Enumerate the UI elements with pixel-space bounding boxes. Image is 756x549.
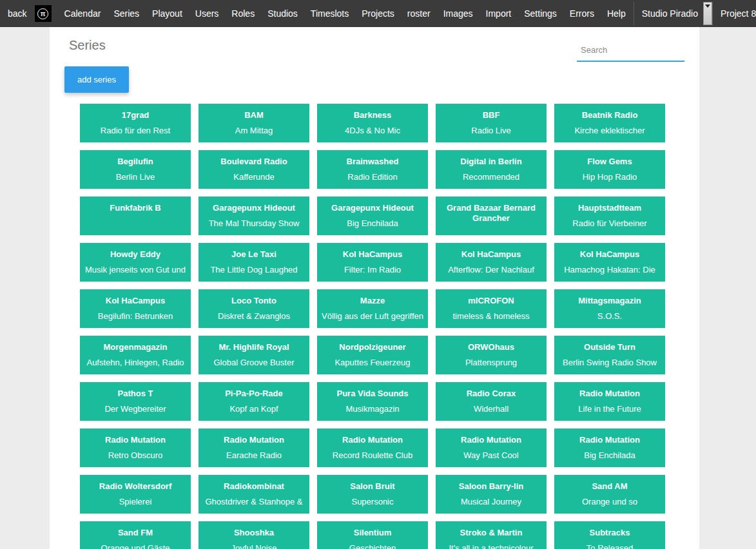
series-title: Garagepunx Hideout [321, 203, 424, 213]
series-card[interactable]: Grand Bazaar Bernard Grancher [436, 197, 547, 235]
series-card[interactable]: Sand AM Orange und so [554, 475, 665, 514]
search-input[interactable] [577, 39, 684, 62]
series-title: Radio Mutation [558, 389, 661, 399]
series-subtitle: Hamachog Hakatan: Die [558, 265, 661, 274]
series-title: Kol HaCampus [84, 296, 187, 306]
series-card[interactable]: Salon Bruit Supersonic [317, 475, 428, 514]
nav-item-studios[interactable]: Studios [261, 8, 304, 19]
series-card[interactable]: Radio Mutation Retro Obscuro [80, 429, 191, 467]
nav-item-timeslots[interactable]: Timeslots [304, 8, 355, 19]
series-subtitle: Afterflow: Der Nachlauf [440, 265, 543, 274]
series-card[interactable]: Mazze Völlig aus der Luft gegriffen [317, 289, 428, 328]
series-title: Morgenmagazin [84, 342, 187, 352]
series-card[interactable]: Loco Tonto Diskret & Zwanglos [199, 289, 309, 328]
series-title: BAM [202, 110, 305, 120]
series-card[interactable]: Pi-Pa-Po-Rade Kopf an Kopf [199, 382, 309, 421]
series-subtitle: Musikmagazin [321, 404, 424, 414]
nav-item-roles[interactable]: Roles [225, 8, 261, 19]
series-card[interactable]: Kol HaCampus Filter: Im Radio [317, 243, 428, 282]
series-subtitle: Big Enchilada [321, 218, 424, 228]
series-card[interactable]: Begilufin Berlin Live [80, 150, 191, 189]
top-navbar: back π Calendar Series Playout Users Rol… [0, 0, 756, 27]
series-card[interactable]: Radio Mutation Big Enchilada [554, 429, 665, 467]
project-select[interactable]: Project 88vier [712, 2, 756, 25]
series-card[interactable]: Funkfabrik B [80, 197, 191, 235]
series-title: Begilufin [84, 157, 187, 167]
series-card[interactable]: 17grad Radio für den Rest [80, 104, 191, 142]
nav-item-import[interactable]: Import [480, 8, 518, 19]
series-subtitle: Joyful Noise [202, 543, 305, 549]
nav-item-projects[interactable]: Projects [355, 8, 401, 19]
series-title: Pi-Pa-Po-Rade [202, 389, 305, 399]
series-card[interactable]: ORWOhaus Plattensprung [436, 336, 547, 374]
series-card[interactable]: Sand FM Orange und Gäste [80, 521, 191, 549]
series-subtitle: Radio Live [440, 126, 543, 135]
series-subtitle: Ghostdriver & Stanhope & [202, 497, 305, 506]
series-card[interactable]: Mr. Highlife Royal Global Groove Buster [199, 336, 309, 374]
nav-item-playout[interactable]: Playout [146, 8, 189, 19]
series-card[interactable]: Howdy Eddy Musik jenseits von Gut und [80, 243, 191, 282]
nav-item-users[interactable]: Users [189, 8, 226, 19]
series-card[interactable]: Digital in Berlin Recommended [436, 150, 547, 189]
series-card[interactable]: Shooshka Joyful Noise [199, 521, 309, 549]
series-card[interactable]: Radio Corax Widerhall [436, 382, 547, 421]
series-card[interactable]: Outside Turn Berlin Swing Radio Show [554, 336, 665, 374]
series-title: Barkness [321, 110, 424, 120]
series-card[interactable]: Morgenmagazin Aufstehn, Hinlegen, Radio [80, 336, 191, 374]
series-card[interactable]: Flow Gems Hip Hop Radio [554, 150, 665, 189]
nav-item-calendar[interactable]: Calendar [58, 8, 108, 19]
series-title: Joe Le Taxi [202, 249, 305, 260]
studio-select[interactable]: Studio Piradio [634, 2, 712, 25]
chevron-down-icon[interactable] [703, 2, 712, 25]
series-card[interactable]: Kol HaCampus Afterflow: Der Nachlauf [436, 243, 547, 282]
series-title: Loco Tonto [202, 296, 305, 306]
series-card[interactable]: BBF Radio Live [436, 104, 547, 142]
series-card[interactable]: Radio Mutation Way Past Cool [436, 429, 547, 467]
content-panel: Series add series 17grad Radio für den R… [50, 27, 699, 549]
search-container [577, 39, 684, 62]
series-card[interactable]: Radio Mutation Earache Radio [199, 429, 309, 467]
series-card[interactable]: BAM Am Mittag [199, 104, 309, 142]
series-card[interactable]: Radio Woltersdorf Spielerei [80, 475, 191, 514]
series-card[interactable]: Mittagsmagazin S.O.S. [554, 289, 665, 328]
series-card[interactable]: Radiokombinat Ghostdriver & Stanhope & [199, 475, 309, 514]
series-card[interactable]: Nordpolzigeuner Kaputtes Feuerzeug [317, 336, 428, 374]
series-card[interactable]: Pura Vida Sounds Musikmagazin [317, 382, 428, 421]
series-card[interactable]: Saloon Barry-lin Musical Journey [436, 475, 547, 514]
series-card[interactable]: Hauptstadtteam Radio für Vierbeiner [554, 197, 665, 235]
series-card[interactable]: Subtracks To Released [554, 521, 665, 549]
back-link[interactable]: back [6, 8, 31, 19]
series-card[interactable]: Barkness 4DJs & No Mic [317, 104, 428, 142]
series-title: Saloon Barry-lin [440, 481, 543, 492]
app-logo[interactable]: π [35, 5, 52, 22]
series-subtitle: Musik jenseits von Gut und [84, 265, 187, 274]
series-card[interactable]: Garagepunx Hideout Big Enchilada [317, 197, 428, 235]
series-card[interactable]: Garagepunx Hideout The Mal Thursday Show [199, 197, 309, 235]
series-card[interactable]: Pathos T Der Wegbereiter [80, 382, 191, 421]
nav-item-settings[interactable]: Settings [518, 8, 563, 19]
series-card[interactable]: Joe Le Taxi The Little Dog Laughed [199, 243, 309, 282]
series-subtitle: Diskret & Zwanglos [202, 311, 305, 321]
series-subtitle: Radio für Vierbeiner [558, 218, 661, 228]
series-card[interactable]: Radio Mutation Life in the Future [554, 382, 665, 421]
nav-item-errors[interactable]: Errors [563, 8, 601, 19]
series-title: Mazze [321, 296, 424, 306]
series-subtitle: Berlin Live [84, 172, 187, 182]
nav-item-help[interactable]: Help [601, 8, 632, 19]
nav-item-roster[interactable]: roster [401, 8, 437, 19]
series-title: Flow Gems [558, 157, 661, 167]
series-card[interactable]: Kol HaCampus Begilufin: Betrunken [80, 289, 191, 328]
series-card[interactable]: Brainwashed Radio Edition [317, 150, 428, 189]
series-card[interactable]: Silentium Geschichten [317, 521, 428, 549]
series-card[interactable]: mICROFON timeless & homeless [436, 289, 547, 328]
series-card[interactable]: Radio Mutation Record Roulette Club [317, 429, 428, 467]
nav-item-images[interactable]: Images [437, 8, 480, 19]
series-card[interactable]: Beatnik Radio Kirche eklektischer [554, 104, 665, 142]
add-series-button[interactable]: add series [64, 66, 129, 93]
series-card[interactable]: Boulevard Radio Kafferunde [199, 150, 309, 189]
series-subtitle: Radio Edition [321, 172, 424, 182]
series-card[interactable]: Stroko & Martin It's all in a technicolo… [436, 521, 547, 549]
nav-item-series[interactable]: Series [107, 8, 146, 19]
series-title: Kol HaCampus [440, 249, 543, 260]
series-card[interactable]: Kol HaCampus Hamachog Hakatan: Die [554, 243, 665, 282]
